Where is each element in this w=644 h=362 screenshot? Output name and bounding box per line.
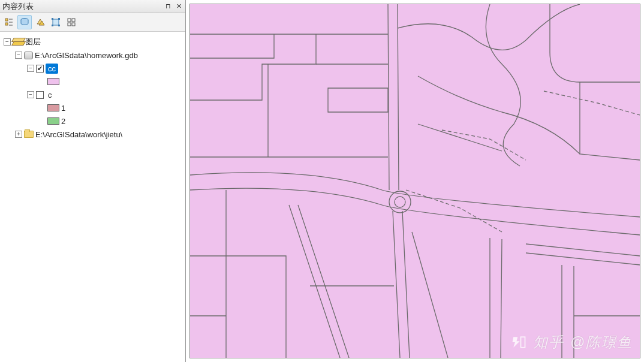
layer-checkbox[interactable]: [36, 91, 44, 99]
svg-rect-11: [52, 25, 53, 26]
zhihu-logo-icon: [510, 334, 527, 351]
tree-root[interactable]: − 图层: [1, 35, 184, 49]
toc-toolbar: [0, 13, 185, 32]
tree-gdb[interactable]: − E:\ArcGISdata\homework.gdb: [1, 49, 184, 62]
panel-title: 内容列表: [2, 1, 34, 12]
tree-layer-cc[interactable]: − ✔ cc: [1, 62, 184, 75]
watermark: 知乎 @陈璟鱼: [510, 333, 633, 352]
watermark-author: @陈璟鱼: [570, 333, 633, 352]
svg-rect-15: [68, 23, 71, 26]
svg-point-18: [395, 197, 405, 207]
watermark-site: 知乎: [533, 333, 564, 352]
folder-icon: [24, 131, 34, 138]
svg-rect-0: [5, 19, 8, 21]
map-area: 知乎 @陈璟鱼: [186, 0, 644, 362]
svg-rect-16: [72, 23, 75, 26]
folder-label: E:\ArcGISdata\work\jietu\: [35, 130, 122, 139]
expander-icon[interactable]: −: [4, 38, 11, 46]
list-by-drawing-order-button[interactable]: [2, 15, 16, 29]
panel-header: 内容列表 ⊓ ✕: [0, 0, 185, 13]
symbol-row[interactable]: 1: [1, 101, 184, 114]
svg-rect-9: [52, 18, 53, 20]
symbol-row[interactable]: 2: [1, 114, 184, 128]
geodatabase-icon: [24, 52, 33, 59]
tree-layer-c[interactable]: − c: [1, 88, 184, 101]
panel-header-controls: ⊓ ✕: [164, 2, 183, 11]
symbol-swatch[interactable]: [47, 104, 59, 111]
map-frame[interactable]: 知乎 @陈璟鱼: [189, 4, 640, 358]
close-icon[interactable]: ✕: [174, 2, 183, 11]
list-by-selection-button[interactable]: [49, 15, 63, 29]
svg-rect-8: [53, 19, 59, 25]
gdb-label: E:\ArcGISdata\homework.gdb: [35, 51, 138, 60]
pin-icon[interactable]: ⊓: [164, 2, 172, 11]
layers-icon: [13, 38, 23, 46]
svg-rect-4: [5, 23, 8, 25]
layer-cc-label[interactable]: cc: [46, 64, 58, 74]
expander-icon[interactable]: −: [27, 65, 34, 72]
svg-rect-13: [68, 19, 71, 22]
map-roads: [190, 4, 640, 358]
svg-rect-19: [520, 337, 525, 348]
list-by-visibility-button[interactable]: [33, 15, 47, 29]
expander-icon[interactable]: +: [15, 131, 22, 138]
symbol-swatch[interactable]: [47, 78, 59, 85]
symbol-swatch[interactable]: [47, 117, 59, 125]
symbol-label: 2: [61, 117, 65, 126]
expander-icon[interactable]: −: [15, 52, 22, 59]
tree-root-label: 图层: [25, 37, 41, 47]
tree-folder[interactable]: + E:\ArcGISdata\work\jietu\: [1, 128, 184, 141]
layer-checkbox[interactable]: ✔: [36, 65, 44, 73]
toc-panel: 内容列表 ⊓ ✕ − 图层 −: [0, 0, 186, 362]
symbol-label: 1: [61, 104, 65, 113]
symbol-row[interactable]: [1, 75, 184, 88]
svg-rect-10: [58, 18, 60, 20]
list-by-source-button[interactable]: [17, 15, 32, 29]
svg-point-17: [389, 191, 411, 213]
svg-rect-14: [72, 19, 75, 22]
toc-tree[interactable]: − 图层 − E:\ArcGISdata\homework.gdb − ✔ cc…: [0, 32, 185, 362]
toc-options-button[interactable]: [64, 15, 79, 29]
layer-c-label[interactable]: c: [46, 90, 55, 100]
expander-icon[interactable]: −: [27, 91, 34, 98]
svg-rect-12: [58, 25, 60, 26]
